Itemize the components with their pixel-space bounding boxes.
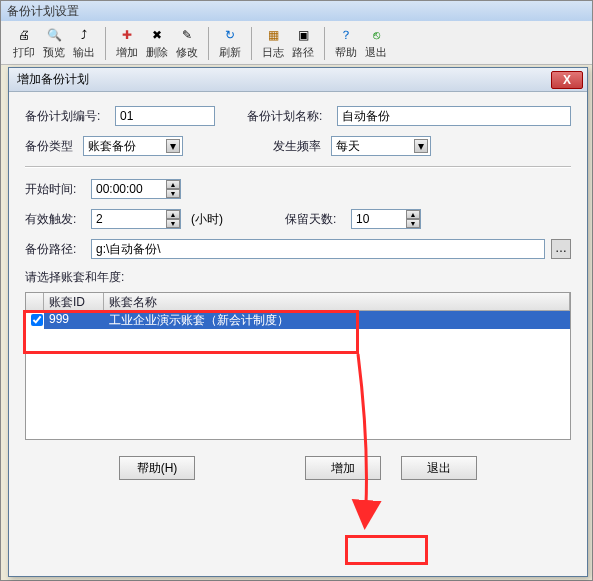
spin-up-icon[interactable]: ▲	[166, 180, 180, 189]
close-icon: X	[563, 73, 571, 87]
backup-type-label: 备份类型	[25, 138, 77, 155]
delete-icon: ✖	[149, 27, 165, 43]
main-title-bar: 备份计划设置	[1, 1, 592, 21]
plus-icon: ✚	[119, 27, 135, 43]
backup-path-label: 备份路径:	[25, 241, 85, 258]
col-account-name: 账套名称	[104, 293, 570, 310]
toolbar-edit-button[interactable]: ✎修改	[172, 25, 202, 62]
backup-type-value: 账套备份	[88, 138, 136, 155]
toolbar-add-button[interactable]: ✚增加	[112, 25, 142, 62]
select-account-label: 请选择账套和年度:	[25, 269, 571, 286]
magnifier-icon: 🔍	[46, 27, 62, 43]
refresh-button[interactable]: ↻刷新	[215, 25, 245, 62]
path-icon: ▣	[295, 27, 311, 43]
preview-button[interactable]: 🔍预览	[39, 25, 69, 62]
spin-up-icon[interactable]: ▲	[166, 210, 180, 219]
add-backup-plan-dialog: 增加备份计划 X 备份计划编号: 备份计划名称: 备份类型 账套备份 ▾ 发生频…	[8, 67, 588, 577]
retain-days-input[interactable]: 10 ▲▼	[351, 209, 421, 229]
trigger-label: 有效触发:	[25, 211, 85, 228]
dialog-title: 增加备份计划	[17, 71, 89, 88]
table-row[interactable]: 999 工业企业演示账套（新会计制度）	[26, 311, 570, 329]
frequency-label: 发生频率	[273, 138, 325, 155]
spin-down-icon[interactable]: ▼	[166, 189, 180, 198]
row-id: 999	[44, 311, 104, 329]
log-button[interactable]: ▦日志	[258, 25, 288, 62]
hours-unit-label: (小时)	[191, 211, 223, 228]
dialog-help-button[interactable]: 帮助(H)	[119, 456, 195, 480]
col-account-id: 账套ID	[44, 293, 104, 310]
retain-days-value: 10	[356, 212, 369, 226]
chevron-down-icon: ▾	[166, 139, 180, 153]
row-checkbox[interactable]	[31, 314, 43, 326]
start-time-value: 00:00:00	[96, 182, 143, 196]
exit-icon: ⎋	[368, 27, 384, 43]
row-name: 工业企业演示账套（新会计制度）	[104, 311, 570, 329]
edit-icon: ✎	[179, 27, 195, 43]
ellipsis-icon: …	[555, 241, 567, 255]
print-button[interactable]: 🖨打印	[9, 25, 39, 62]
spin-down-icon[interactable]: ▼	[406, 219, 420, 228]
chevron-down-icon: ▾	[414, 139, 428, 153]
spin-down-icon[interactable]: ▼	[166, 219, 180, 228]
spin-up-icon[interactable]: ▲	[406, 210, 420, 219]
divider	[25, 166, 571, 167]
toolbar-delete-button[interactable]: ✖删除	[142, 25, 172, 62]
refresh-icon: ↻	[222, 27, 238, 43]
dialog-exit-button[interactable]: 退出	[401, 456, 477, 480]
toolbar: 🖨打印 🔍预览 ⤴输出 ✚增加 ✖删除 ✎修改 ↻刷新 ▦日志 ▣路径 ？帮助 …	[1, 21, 592, 65]
dialog-add-button[interactable]: 增加	[305, 456, 381, 480]
plan-no-label: 备份计划编号:	[25, 108, 109, 125]
log-icon: ▦	[265, 27, 281, 43]
account-table: 账套ID 账套名称 999 工业企业演示账套（新会计制度）	[25, 292, 571, 440]
browse-button[interactable]: …	[551, 239, 571, 259]
close-button[interactable]: X	[551, 71, 583, 89]
col-checkbox	[26, 293, 44, 310]
retain-days-label: 保留天数:	[285, 211, 345, 228]
trigger-value: 2	[96, 212, 103, 226]
frequency-value: 每天	[336, 138, 360, 155]
frequency-combo[interactable]: 每天 ▾	[331, 136, 431, 156]
start-time-label: 开始时间:	[25, 181, 85, 198]
export-button[interactable]: ⤴输出	[69, 25, 99, 62]
exit-button[interactable]: ⎋退出	[361, 25, 391, 62]
help-button[interactable]: ？帮助	[331, 25, 361, 62]
plan-name-input[interactable]	[337, 106, 571, 126]
trigger-input[interactable]: 2 ▲▼	[91, 209, 181, 229]
plan-name-label: 备份计划名称:	[247, 108, 331, 125]
export-icon: ⤴	[76, 27, 92, 43]
plan-no-input[interactable]	[115, 106, 215, 126]
help-icon: ？	[338, 27, 354, 43]
printer-icon: 🖨	[16, 27, 32, 43]
main-title: 备份计划设置	[7, 4, 79, 18]
path-button[interactable]: ▣路径	[288, 25, 318, 62]
backup-type-combo[interactable]: 账套备份 ▾	[83, 136, 183, 156]
start-time-input[interactable]: 00:00:00 ▲▼	[91, 179, 181, 199]
backup-path-input[interactable]	[91, 239, 545, 259]
dialog-title-bar: 增加备份计划 X	[9, 68, 587, 92]
